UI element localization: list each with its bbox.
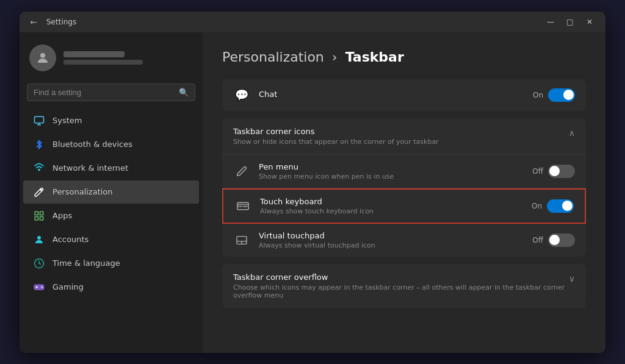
section-subtitle: Show or hide icons that appear on the co…: [233, 138, 439, 146]
overflow-chevron-icon[interactable]: ∨: [569, 274, 575, 284]
section-chevron-icon[interactable]: ∧: [569, 128, 575, 138]
touchpad-icon: [233, 232, 250, 249]
minimize-button[interactable]: —: [542, 16, 559, 28]
accounts-icon: [33, 234, 45, 246]
keyboard-icon: [234, 198, 251, 215]
svg-rect-2: [35, 212, 38, 215]
user-section: [20, 40, 203, 81]
virtual-touchpad-toggle-label: Off: [532, 236, 543, 244]
main-content: Personalization › Taskbar 💬 Chat On: [203, 32, 605, 332]
overflow-title-area: Taskbar corner overflow Choose which ico…: [233, 273, 569, 299]
window-title: Settings: [46, 18, 76, 26]
close-button[interactable]: ✕: [581, 16, 598, 28]
virtual-touchpad-text: Virtual touchpad Always show virtual tou…: [259, 231, 532, 249]
bluetooth-icon: [33, 138, 45, 151]
search-input[interactable]: [34, 88, 174, 97]
sidebar-item-label: Apps: [52, 211, 72, 220]
network-icon: [33, 162, 45, 174]
user-info: [63, 51, 143, 65]
apps-icon: [33, 210, 45, 222]
back-button[interactable]: ←: [27, 15, 40, 29]
touch-keyboard-text: Touch keyboard Always show touch keyboar…: [260, 197, 532, 215]
section-title-area: Taskbar corner icons Show or hide icons …: [233, 127, 439, 146]
main-content-wrapper: Personalization › Taskbar 💬 Chat On: [203, 32, 605, 353]
window-controls: — □ ✕: [542, 16, 598, 28]
touch-keyboard-name: Touch keyboard: [260, 197, 532, 206]
virtual-touchpad-toggle-thumb: [549, 235, 560, 245]
sidebar-item-apps[interactable]: Apps: [23, 204, 199, 227]
chat-toggle[interactable]: [548, 88, 575, 102]
breadcrumb: Personalization: [222, 49, 324, 65]
pen-toggle[interactable]: [548, 165, 575, 178]
chat-control: On: [533, 88, 575, 102]
svg-rect-1: [35, 116, 44, 123]
search-box[interactable]: 🔍: [27, 84, 195, 101]
chat-toggle-label: On: [533, 91, 543, 99]
svg-rect-3: [40, 212, 43, 215]
touch-keyboard-row: Touch keyboard Always show touch keyboar…: [222, 188, 586, 224]
taskbar-corner-icons-header: Taskbar corner icons Show or hide icons …: [222, 118, 586, 155]
page-header: Personalization › Taskbar: [222, 49, 586, 65]
sidebar-item-label: System: [52, 116, 82, 125]
sidebar-item-label: Time & language: [52, 259, 120, 268]
title-bar: ← Settings — □ ✕: [20, 12, 605, 32]
user-name: [63, 51, 125, 57]
sidebar-item-network[interactable]: Network & internet: [23, 157, 199, 180]
sidebar-item-personalization[interactable]: Personalization: [23, 180, 199, 204]
sidebar-item-accounts[interactable]: Accounts: [23, 228, 199, 251]
overflow-subtitle: Choose which icons may appear in the tas…: [233, 284, 569, 299]
sidebar-item-label: Gaming: [52, 282, 84, 291]
virtual-touchpad-desc: Always show virtual touchpad icon: [259, 241, 532, 249]
taskbar-corner-overflow-section: Taskbar corner overflow Choose which ico…: [222, 264, 586, 308]
touch-keyboard-toggle-thumb: [562, 201, 573, 211]
virtual-touchpad-control: Off: [532, 234, 575, 247]
time-icon: [33, 257, 45, 269]
svg-point-6: [37, 236, 41, 240]
touch-keyboard-toggle-label: On: [532, 202, 542, 210]
svg-rect-4: [35, 216, 38, 219]
sidebar-item-gaming[interactable]: Gaming: [23, 276, 199, 299]
maximize-button[interactable]: □: [562, 16, 579, 28]
overflow-title: Taskbar corner overflow: [233, 273, 569, 282]
pen-menu-row: Pen menu Show pen menu icon when pen is …: [222, 155, 586, 188]
svg-rect-5: [40, 216, 43, 219]
touch-keyboard-control: On: [532, 199, 574, 213]
pen-menu-control: Off: [532, 165, 575, 178]
sidebar-item-system[interactable]: System: [23, 109, 199, 132]
user-email: [63, 60, 143, 65]
svg-point-0: [40, 53, 45, 58]
pen-menu-text: Pen menu Show pen menu icon when pen is …: [259, 162, 532, 180]
sidebar: 🔍 System Bluetooth & devices: [20, 32, 203, 353]
sidebar-item-bluetooth[interactable]: Bluetooth & devices: [23, 133, 199, 156]
pen-menu-desc: Show pen menu icon when pen is in use: [259, 173, 532, 180]
taskbar-corner-icons-section: Taskbar corner icons Show or hide icons …: [222, 118, 586, 257]
chat-name: Chat: [259, 90, 533, 100]
svg-rect-10: [36, 286, 37, 288]
pen-menu-name: Pen menu: [259, 162, 532, 171]
pen-toggle-label: Off: [532, 167, 543, 176]
touch-keyboard-desc: Always show touch keyboard icon: [260, 207, 532, 215]
search-icon: 🔍: [179, 88, 189, 97]
sidebar-item-time[interactable]: Time & language: [23, 252, 199, 275]
page-title: Personalization › Taskbar: [222, 49, 586, 65]
sidebar-item-label: Accounts: [52, 235, 89, 244]
page-title-bold: Taskbar: [345, 49, 404, 65]
chat-icon: 💬: [233, 87, 250, 104]
pen-toggle-thumb: [549, 166, 560, 176]
virtual-touchpad-row: Virtual touchpad Always show virtual tou…: [222, 224, 586, 257]
system-icon: [33, 115, 45, 127]
sidebar-item-label: Network & internet: [52, 163, 128, 173]
pen-icon: [233, 163, 250, 180]
virtual-touchpad-name: Virtual touchpad: [259, 231, 532, 240]
content-area: 🔍 System Bluetooth & devices: [20, 32, 605, 353]
chat-toggle-thumb: [563, 90, 574, 100]
touch-keyboard-toggle[interactable]: [547, 199, 574, 213]
sidebar-item-label: Personalization: [52, 187, 113, 196]
svg-point-12: [42, 287, 43, 288]
avatar: [29, 45, 56, 71]
virtual-touchpad-toggle[interactable]: [548, 234, 575, 247]
svg-rect-8: [34, 284, 44, 290]
breadcrumb-chevron: ›: [332, 49, 338, 65]
settings-window: ← Settings — □ ✕: [20, 12, 605, 353]
chat-section: 💬 Chat On: [222, 79, 586, 111]
